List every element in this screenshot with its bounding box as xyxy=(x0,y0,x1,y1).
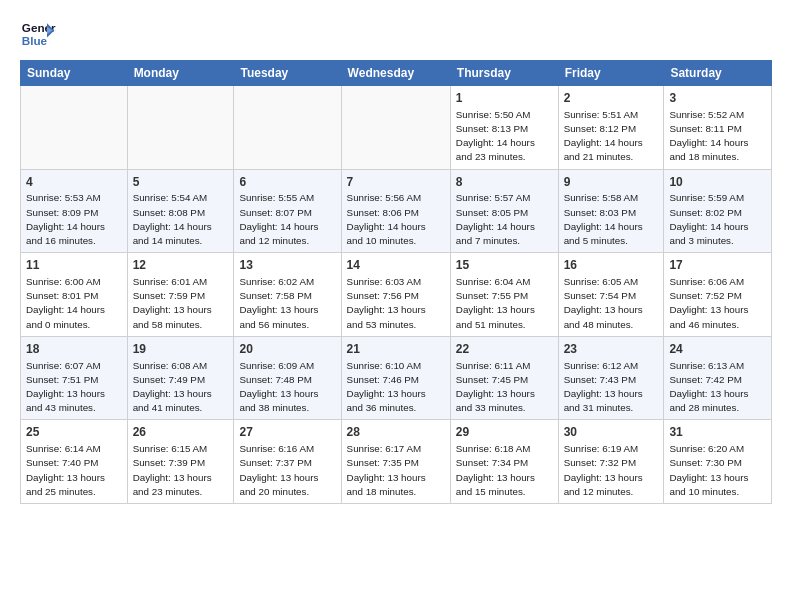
day-info: Sunrise: 6:08 AM Sunset: 7:49 PM Dayligh… xyxy=(133,359,229,416)
calendar-cell: 25Sunrise: 6:14 AM Sunset: 7:40 PM Dayli… xyxy=(21,420,128,504)
day-info: Sunrise: 6:05 AM Sunset: 7:54 PM Dayligh… xyxy=(564,275,659,332)
logo-icon: General Blue xyxy=(20,16,56,52)
logo: General Blue xyxy=(20,16,56,52)
day-info: Sunrise: 6:16 AM Sunset: 7:37 PM Dayligh… xyxy=(239,442,335,499)
calendar-cell: 6Sunrise: 5:55 AM Sunset: 8:07 PM Daylig… xyxy=(234,169,341,253)
day-number: 10 xyxy=(669,174,766,191)
day-number: 6 xyxy=(239,174,335,191)
day-info: Sunrise: 6:18 AM Sunset: 7:34 PM Dayligh… xyxy=(456,442,553,499)
calendar-cell: 15Sunrise: 6:04 AM Sunset: 7:55 PM Dayli… xyxy=(450,253,558,337)
weekday-header-sunday: Sunday xyxy=(21,61,128,86)
calendar-cell: 4Sunrise: 5:53 AM Sunset: 8:09 PM Daylig… xyxy=(21,169,128,253)
calendar-cell: 30Sunrise: 6:19 AM Sunset: 7:32 PM Dayli… xyxy=(558,420,664,504)
calendar-cell: 3Sunrise: 5:52 AM Sunset: 8:11 PM Daylig… xyxy=(664,86,772,170)
weekday-header-friday: Friday xyxy=(558,61,664,86)
weekday-header-row: SundayMondayTuesdayWednesdayThursdayFrid… xyxy=(21,61,772,86)
week-row-1: 1Sunrise: 5:50 AM Sunset: 8:13 PM Daylig… xyxy=(21,86,772,170)
day-info: Sunrise: 5:56 AM Sunset: 8:06 PM Dayligh… xyxy=(347,191,445,248)
weekday-header-saturday: Saturday xyxy=(664,61,772,86)
day-number: 16 xyxy=(564,257,659,274)
day-info: Sunrise: 5:52 AM Sunset: 8:11 PM Dayligh… xyxy=(669,108,766,165)
day-info: Sunrise: 6:13 AM Sunset: 7:42 PM Dayligh… xyxy=(669,359,766,416)
calendar-cell: 19Sunrise: 6:08 AM Sunset: 7:49 PM Dayli… xyxy=(127,336,234,420)
calendar-cell xyxy=(21,86,128,170)
calendar-cell: 21Sunrise: 6:10 AM Sunset: 7:46 PM Dayli… xyxy=(341,336,450,420)
day-info: Sunrise: 6:12 AM Sunset: 7:43 PM Dayligh… xyxy=(564,359,659,416)
calendar-cell: 23Sunrise: 6:12 AM Sunset: 7:43 PM Dayli… xyxy=(558,336,664,420)
day-info: Sunrise: 5:53 AM Sunset: 8:09 PM Dayligh… xyxy=(26,191,122,248)
day-info: Sunrise: 6:19 AM Sunset: 7:32 PM Dayligh… xyxy=(564,442,659,499)
calendar-cell: 27Sunrise: 6:16 AM Sunset: 7:37 PM Dayli… xyxy=(234,420,341,504)
day-info: Sunrise: 5:58 AM Sunset: 8:03 PM Dayligh… xyxy=(564,191,659,248)
calendar-cell: 1Sunrise: 5:50 AM Sunset: 8:13 PM Daylig… xyxy=(450,86,558,170)
calendar-cell: 28Sunrise: 6:17 AM Sunset: 7:35 PM Dayli… xyxy=(341,420,450,504)
calendar-cell: 11Sunrise: 6:00 AM Sunset: 8:01 PM Dayli… xyxy=(21,253,128,337)
calendar-table: SundayMondayTuesdayWednesdayThursdayFrid… xyxy=(20,60,772,504)
calendar-cell: 5Sunrise: 5:54 AM Sunset: 8:08 PM Daylig… xyxy=(127,169,234,253)
day-number: 20 xyxy=(239,341,335,358)
day-number: 24 xyxy=(669,341,766,358)
day-number: 29 xyxy=(456,424,553,441)
day-info: Sunrise: 6:00 AM Sunset: 8:01 PM Dayligh… xyxy=(26,275,122,332)
calendar-cell xyxy=(234,86,341,170)
day-number: 12 xyxy=(133,257,229,274)
page-container: General Blue SundayMondayTuesdayWednesda… xyxy=(0,0,792,514)
day-info: Sunrise: 5:50 AM Sunset: 8:13 PM Dayligh… xyxy=(456,108,553,165)
day-number: 1 xyxy=(456,90,553,107)
day-number: 26 xyxy=(133,424,229,441)
day-info: Sunrise: 6:14 AM Sunset: 7:40 PM Dayligh… xyxy=(26,442,122,499)
day-number: 9 xyxy=(564,174,659,191)
calendar-cell: 12Sunrise: 6:01 AM Sunset: 7:59 PM Dayli… xyxy=(127,253,234,337)
calendar-cell: 9Sunrise: 5:58 AM Sunset: 8:03 PM Daylig… xyxy=(558,169,664,253)
day-info: Sunrise: 6:17 AM Sunset: 7:35 PM Dayligh… xyxy=(347,442,445,499)
day-number: 18 xyxy=(26,341,122,358)
day-number: 13 xyxy=(239,257,335,274)
calendar-cell: 17Sunrise: 6:06 AM Sunset: 7:52 PM Dayli… xyxy=(664,253,772,337)
calendar-cell: 8Sunrise: 5:57 AM Sunset: 8:05 PM Daylig… xyxy=(450,169,558,253)
day-number: 15 xyxy=(456,257,553,274)
day-info: Sunrise: 5:55 AM Sunset: 8:07 PM Dayligh… xyxy=(239,191,335,248)
day-number: 4 xyxy=(26,174,122,191)
day-info: Sunrise: 5:57 AM Sunset: 8:05 PM Dayligh… xyxy=(456,191,553,248)
week-row-2: 4Sunrise: 5:53 AM Sunset: 8:09 PM Daylig… xyxy=(21,169,772,253)
calendar-cell: 18Sunrise: 6:07 AM Sunset: 7:51 PM Dayli… xyxy=(21,336,128,420)
day-info: Sunrise: 6:20 AM Sunset: 7:30 PM Dayligh… xyxy=(669,442,766,499)
day-number: 22 xyxy=(456,341,553,358)
calendar-cell: 20Sunrise: 6:09 AM Sunset: 7:48 PM Dayli… xyxy=(234,336,341,420)
calendar-cell: 14Sunrise: 6:03 AM Sunset: 7:56 PM Dayli… xyxy=(341,253,450,337)
day-number: 19 xyxy=(133,341,229,358)
weekday-header-thursday: Thursday xyxy=(450,61,558,86)
week-row-3: 11Sunrise: 6:00 AM Sunset: 8:01 PM Dayli… xyxy=(21,253,772,337)
day-info: Sunrise: 6:11 AM Sunset: 7:45 PM Dayligh… xyxy=(456,359,553,416)
day-number: 30 xyxy=(564,424,659,441)
day-number: 21 xyxy=(347,341,445,358)
day-number: 8 xyxy=(456,174,553,191)
day-info: Sunrise: 6:09 AM Sunset: 7:48 PM Dayligh… xyxy=(239,359,335,416)
calendar-cell: 13Sunrise: 6:02 AM Sunset: 7:58 PM Dayli… xyxy=(234,253,341,337)
day-info: Sunrise: 5:51 AM Sunset: 8:12 PM Dayligh… xyxy=(564,108,659,165)
calendar-cell: 22Sunrise: 6:11 AM Sunset: 7:45 PM Dayli… xyxy=(450,336,558,420)
calendar-cell: 16Sunrise: 6:05 AM Sunset: 7:54 PM Dayli… xyxy=(558,253,664,337)
calendar-cell: 7Sunrise: 5:56 AM Sunset: 8:06 PM Daylig… xyxy=(341,169,450,253)
day-info: Sunrise: 6:06 AM Sunset: 7:52 PM Dayligh… xyxy=(669,275,766,332)
day-number: 14 xyxy=(347,257,445,274)
weekday-header-tuesday: Tuesday xyxy=(234,61,341,86)
day-info: Sunrise: 6:04 AM Sunset: 7:55 PM Dayligh… xyxy=(456,275,553,332)
weekday-header-monday: Monday xyxy=(127,61,234,86)
day-info: Sunrise: 5:54 AM Sunset: 8:08 PM Dayligh… xyxy=(133,191,229,248)
day-info: Sunrise: 6:03 AM Sunset: 7:56 PM Dayligh… xyxy=(347,275,445,332)
calendar-cell: 26Sunrise: 6:15 AM Sunset: 7:39 PM Dayli… xyxy=(127,420,234,504)
calendar-cell xyxy=(341,86,450,170)
day-info: Sunrise: 6:07 AM Sunset: 7:51 PM Dayligh… xyxy=(26,359,122,416)
calendar-cell: 29Sunrise: 6:18 AM Sunset: 7:34 PM Dayli… xyxy=(450,420,558,504)
calendar-cell: 10Sunrise: 5:59 AM Sunset: 8:02 PM Dayli… xyxy=(664,169,772,253)
day-number: 28 xyxy=(347,424,445,441)
day-info: Sunrise: 6:02 AM Sunset: 7:58 PM Dayligh… xyxy=(239,275,335,332)
day-info: Sunrise: 6:10 AM Sunset: 7:46 PM Dayligh… xyxy=(347,359,445,416)
week-row-5: 25Sunrise: 6:14 AM Sunset: 7:40 PM Dayli… xyxy=(21,420,772,504)
weekday-header-wednesday: Wednesday xyxy=(341,61,450,86)
calendar-cell xyxy=(127,86,234,170)
svg-text:Blue: Blue xyxy=(22,34,48,47)
day-number: 17 xyxy=(669,257,766,274)
day-number: 3 xyxy=(669,90,766,107)
